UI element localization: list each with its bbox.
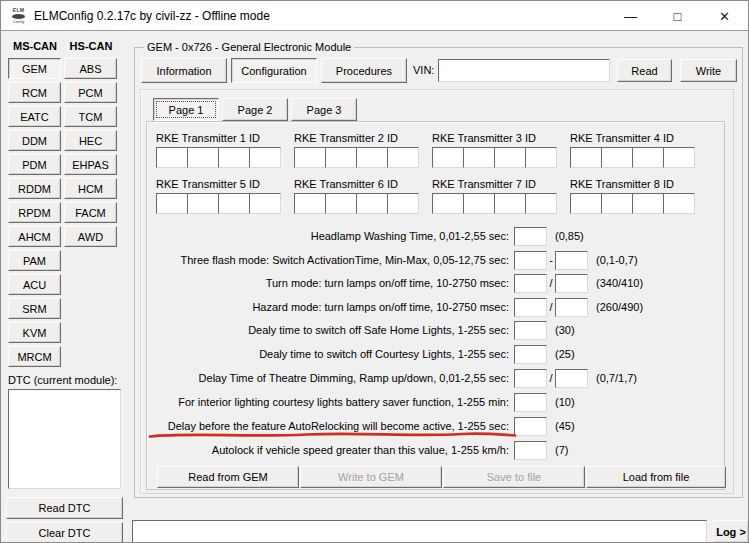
- tab-information[interactable]: Information: [141, 58, 227, 83]
- write-to-gem-button[interactable]: Write to GEM: [300, 466, 442, 488]
- field-label: Turn mode: turn lamps on/off time, 10-27…: [151, 277, 509, 289]
- module-button-acu[interactable]: ACU: [8, 274, 61, 295]
- courtesy-lights-input[interactable]: [514, 345, 547, 364]
- rke-transmitter-1-cell-3[interactable]: [218, 147, 250, 168]
- rke-transmitter-3-cell-2[interactable]: [463, 147, 495, 168]
- vin-write-button[interactable]: Write: [680, 59, 737, 82]
- field-label: For interior lighting courtesy lights ba…: [151, 396, 509, 408]
- field-row-headlamp-washing-time: Headlamp Washing Time, 0,01-2,55 sec: (0…: [151, 226, 716, 246]
- read-dtc-button[interactable]: Read DTC: [6, 497, 123, 519]
- rke-transmitter-2-cell-2[interactable]: [325, 147, 357, 168]
- close-button[interactable]: ✕: [701, 1, 748, 31]
- rke-transmitter-8-cell-2[interactable]: [601, 193, 633, 214]
- field-separator: /: [547, 372, 555, 384]
- dtc-list[interactable]: [8, 389, 121, 489]
- three-flash-min-input[interactable]: [514, 251, 547, 270]
- module-button-gem[interactable]: GEM: [8, 58, 61, 79]
- rke-transmitter-3-cells: [432, 147, 557, 168]
- rke-transmitter-7-cell-4[interactable]: [525, 193, 557, 214]
- rke-transmitter-6-cell-2[interactable]: [325, 193, 357, 214]
- module-button-pdm[interactable]: PDM: [8, 154, 61, 175]
- module-button-facm[interactable]: FACM: [64, 202, 117, 223]
- theatre-dimming-up-input[interactable]: [514, 369, 547, 388]
- rke-transmitter-3-cell-4[interactable]: [525, 147, 557, 168]
- clear-dtc-button[interactable]: Clear DTC: [6, 522, 123, 543]
- tab-configuration[interactable]: Configuration: [231, 58, 317, 83]
- rke-transmitter-6-cell-3[interactable]: [356, 193, 388, 214]
- rke-transmitter-5-cell-3[interactable]: [218, 193, 250, 214]
- load-from-file-button[interactable]: Load from file: [586, 466, 726, 488]
- rke-transmitter-5-cell-2[interactable]: [187, 193, 219, 214]
- rke-transmitter-1-cell-4[interactable]: [249, 147, 281, 168]
- page-button-3[interactable]: Page 3: [291, 98, 357, 121]
- read-from-gem-button[interactable]: Read from GEM: [157, 466, 299, 488]
- rke-transmitter-2-cell-1[interactable]: [294, 147, 326, 168]
- rke-transmitter-7-cell-2[interactable]: [463, 193, 495, 214]
- hazard-mode-off-input[interactable]: [555, 298, 588, 317]
- theatre-dimming-down-input[interactable]: [555, 369, 588, 388]
- vin-read-button[interactable]: Read: [617, 59, 672, 82]
- module-button-rcm[interactable]: RCM: [8, 82, 61, 103]
- module-button-eatc[interactable]: EATC: [8, 106, 61, 127]
- rke-transmitter-2-cell-3[interactable]: [356, 147, 388, 168]
- module-button-abs[interactable]: ABS: [64, 58, 117, 79]
- module-button-hcm[interactable]: HCM: [64, 178, 117, 199]
- module-button-rddm[interactable]: RDDM: [8, 178, 61, 199]
- turn-mode-off-input[interactable]: [555, 274, 588, 293]
- app-icon: ELM Config: [9, 7, 28, 25]
- three-flash-max-input[interactable]: [555, 251, 588, 270]
- module-button-pcm[interactable]: PCM: [64, 82, 117, 103]
- safe-home-lights-input[interactable]: [514, 321, 547, 340]
- module-button-srm[interactable]: SRM: [8, 298, 61, 319]
- field-label: Delay Time of Theatre Dimming, Ramp up/d…: [151, 372, 509, 384]
- minimize-button[interactable]: —: [607, 1, 654, 31]
- module-button-ddm[interactable]: DDM: [8, 130, 61, 151]
- rke-transmitter-5-cell-1[interactable]: [156, 193, 188, 214]
- field-hint: (25): [555, 348, 575, 360]
- rke-transmitter-6-cell-1[interactable]: [294, 193, 326, 214]
- autorelocking-delay-input[interactable]: [514, 417, 547, 436]
- module-button-kvm[interactable]: KVM: [8, 322, 61, 343]
- rke-transmitter-1-cell-1[interactable]: [156, 147, 188, 168]
- tab-procedures[interactable]: Procedures: [321, 58, 407, 83]
- field-separator: /: [547, 277, 555, 289]
- rke-transmitter-2-cell-4[interactable]: [387, 147, 419, 168]
- rke-transmitter-1-cell-2[interactable]: [187, 147, 219, 168]
- turn-mode-on-input[interactable]: [514, 274, 547, 293]
- page-button-1[interactable]: Page 1: [153, 98, 219, 121]
- ms-can-header: MS-CAN: [8, 40, 62, 52]
- rke-transmitter-5-cell-4[interactable]: [249, 193, 281, 214]
- rke-transmitter-7-cell-3[interactable]: [494, 193, 526, 214]
- save-to-file-button[interactable]: Save to file: [443, 466, 585, 488]
- page-button-2[interactable]: Page 2: [222, 98, 288, 121]
- module-button-rpdm[interactable]: RPDM: [8, 202, 61, 223]
- rke-transmitter-4-cell-3[interactable]: [632, 147, 664, 168]
- module-button-ehpas[interactable]: EHPAS: [64, 154, 117, 175]
- maximize-button[interactable]: □: [654, 1, 701, 31]
- module-button-pam[interactable]: PAM: [8, 250, 61, 271]
- rke-transmitter-4-cell-1[interactable]: [570, 147, 602, 168]
- rke-transmitter-6-cell-4[interactable]: [387, 193, 419, 214]
- log-input[interactable]: [132, 520, 707, 543]
- battery-saver-input[interactable]: [514, 393, 547, 412]
- hazard-mode-on-input[interactable]: [514, 298, 547, 317]
- rke-transmitter-4-cell-4[interactable]: [663, 147, 695, 168]
- rke-transmitter-8-cell-1[interactable]: [570, 193, 602, 214]
- field-label: Three flash mode: Switch ActivationTime,…: [151, 254, 509, 266]
- headlamp-washing-time-input[interactable]: [514, 227, 547, 246]
- rke-transmitter-3-cell-1[interactable]: [432, 147, 464, 168]
- module-button-awd[interactable]: AWD: [64, 226, 117, 247]
- module-button-ahcm[interactable]: AHCM: [8, 226, 61, 247]
- log-button[interactable]: Log >: [713, 520, 749, 543]
- rke-transmitter-4-cell-2[interactable]: [601, 147, 633, 168]
- rke-transmitter-8-cell-3[interactable]: [632, 193, 664, 214]
- module-button-hec[interactable]: HEC: [64, 130, 117, 151]
- rke-transmitter-7-cell-1[interactable]: [432, 193, 464, 214]
- module-button-tcm[interactable]: TCM: [64, 106, 117, 127]
- module-button-mrcm[interactable]: MRCM: [8, 346, 61, 367]
- rke-transmitter-3-cell-3[interactable]: [494, 147, 526, 168]
- vin-label: VIN:: [413, 64, 434, 76]
- rke-transmitter-8-cell-4[interactable]: [663, 193, 695, 214]
- autolock-speed-input[interactable]: [514, 441, 547, 460]
- vin-input[interactable]: [438, 59, 610, 82]
